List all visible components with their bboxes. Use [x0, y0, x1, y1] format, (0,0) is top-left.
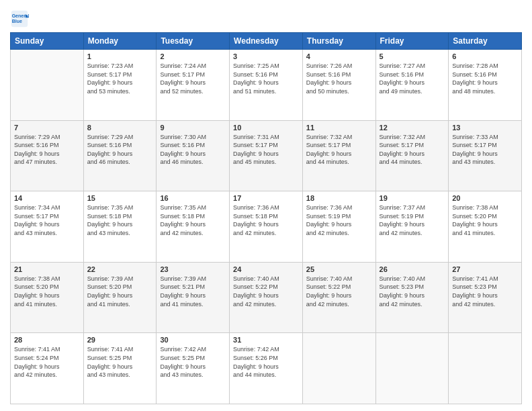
day-info: Sunrise: 7:32 AM Sunset: 5:17 PM Dayligh…	[380, 133, 445, 167]
day-number: 3	[233, 52, 299, 60]
day-number: 4	[306, 52, 372, 60]
day-number: 31	[233, 336, 299, 344]
calendar-cell: 24Sunrise: 7:40 AM Sunset: 5:22 PM Dayli…	[230, 262, 303, 333]
day-number: 24	[233, 265, 299, 273]
day-number: 14	[14, 194, 80, 202]
day-number: 30	[160, 336, 226, 344]
day-number: 15	[87, 194, 153, 202]
calendar-cell: 29Sunrise: 7:41 AM Sunset: 5:25 PM Dayli…	[83, 333, 157, 404]
day-info: Sunrise: 7:35 AM Sunset: 5:18 PM Dayligh…	[87, 203, 153, 237]
day-info: Sunrise: 7:40 AM Sunset: 5:22 PM Dayligh…	[306, 275, 372, 308]
day-info: Sunrise: 7:36 AM Sunset: 5:18 PM Dayligh…	[233, 203, 299, 237]
weekday-header-tuesday: Tuesday	[157, 33, 230, 50]
day-info: Sunrise: 7:37 AM Sunset: 5:19 PM Dayligh…	[380, 203, 445, 237]
weekday-header-row: SundayMondayTuesdayWednesdayThursdayFrid…	[11, 33, 522, 50]
calendar-cell: 28Sunrise: 7:41 AM Sunset: 5:24 PM Dayli…	[11, 333, 84, 404]
logo-icon: General Blue	[10, 9, 29, 28]
calendar-cell: 11Sunrise: 7:32 AM Sunset: 5:17 PM Dayli…	[302, 120, 375, 191]
day-number: 5	[380, 52, 445, 60]
calendar-cell: 17Sunrise: 7:36 AM Sunset: 5:18 PM Dayli…	[230, 191, 303, 263]
calendar-cell: 20Sunrise: 7:38 AM Sunset: 5:20 PM Dayli…	[449, 191, 522, 263]
weekday-header-saturday: Saturday	[449, 33, 522, 50]
calendar-cell: 31Sunrise: 7:42 AM Sunset: 5:26 PM Dayli…	[230, 333, 303, 404]
day-number: 25	[306, 265, 372, 273]
day-number: 20	[452, 194, 518, 202]
day-info: Sunrise: 7:35 AM Sunset: 5:18 PM Dayligh…	[160, 203, 226, 237]
day-number: 1	[87, 52, 153, 60]
day-info: Sunrise: 7:41 AM Sunset: 5:24 PM Dayligh…	[14, 345, 80, 379]
calendar-cell: 8Sunrise: 7:29 AM Sunset: 5:16 PM Daylig…	[83, 120, 157, 191]
logo: General Blue	[10, 9, 30, 28]
calendar-cell: 2Sunrise: 7:24 AM Sunset: 5:17 PM Daylig…	[157, 50, 230, 121]
calendar-cell: 7Sunrise: 7:29 AM Sunset: 5:16 PM Daylig…	[11, 120, 84, 191]
calendar-cell: 21Sunrise: 7:38 AM Sunset: 5:20 PM Dayli…	[11, 262, 84, 333]
day-info: Sunrise: 7:38 AM Sunset: 5:20 PM Dayligh…	[452, 203, 518, 237]
day-number: 11	[306, 124, 372, 132]
calendar-cell: 16Sunrise: 7:35 AM Sunset: 5:18 PM Dayli…	[157, 191, 230, 263]
day-number: 27	[452, 265, 518, 273]
weekday-header-wednesday: Wednesday	[230, 33, 303, 50]
day-info: Sunrise: 7:23 AM Sunset: 5:17 PM Dayligh…	[87, 62, 153, 95]
calendar-cell: 4Sunrise: 7:26 AM Sunset: 5:16 PM Daylig…	[302, 50, 375, 121]
calendar-cell: 12Sunrise: 7:32 AM Sunset: 5:17 PM Dayli…	[375, 120, 449, 191]
svg-text:Blue: Blue	[12, 19, 22, 24]
calendar-cell: 23Sunrise: 7:39 AM Sunset: 5:21 PM Dayli…	[157, 262, 230, 333]
day-info: Sunrise: 7:31 AM Sunset: 5:17 PM Dayligh…	[233, 133, 299, 167]
day-number: 28	[14, 336, 80, 344]
calendar-cell	[449, 333, 522, 404]
day-info: Sunrise: 7:26 AM Sunset: 5:16 PM Dayligh…	[306, 62, 372, 95]
day-number: 6	[452, 52, 518, 60]
weekday-header-friday: Friday	[375, 33, 449, 50]
header: General Blue	[10, 7, 522, 28]
day-number: 23	[160, 265, 226, 273]
day-info: Sunrise: 7:42 AM Sunset: 5:25 PM Dayligh…	[160, 345, 226, 379]
day-number: 7	[14, 124, 80, 132]
weekday-header-monday: Monday	[83, 33, 157, 50]
day-info: Sunrise: 7:28 AM Sunset: 5:16 PM Dayligh…	[452, 62, 518, 95]
calendar-cell: 3Sunrise: 7:25 AM Sunset: 5:16 PM Daylig…	[230, 50, 303, 121]
day-info: Sunrise: 7:40 AM Sunset: 5:23 PM Dayligh…	[380, 275, 445, 308]
calendar-cell: 14Sunrise: 7:34 AM Sunset: 5:17 PM Dayli…	[11, 191, 84, 263]
calendar-cell: 25Sunrise: 7:40 AM Sunset: 5:22 PM Dayli…	[302, 262, 375, 333]
calendar-cell: 26Sunrise: 7:40 AM Sunset: 5:23 PM Dayli…	[375, 262, 449, 333]
calendar-cell: 6Sunrise: 7:28 AM Sunset: 5:16 PM Daylig…	[449, 50, 522, 121]
day-number: 9	[160, 124, 226, 132]
day-info: Sunrise: 7:42 AM Sunset: 5:26 PM Dayligh…	[233, 345, 299, 379]
day-info: Sunrise: 7:41 AM Sunset: 5:23 PM Dayligh…	[452, 275, 518, 308]
day-info: Sunrise: 7:24 AM Sunset: 5:17 PM Dayligh…	[160, 62, 226, 95]
calendar-cell: 27Sunrise: 7:41 AM Sunset: 5:23 PM Dayli…	[449, 262, 522, 333]
weekday-header-thursday: Thursday	[302, 33, 375, 50]
day-info: Sunrise: 7:30 AM Sunset: 5:16 PM Dayligh…	[160, 133, 226, 167]
day-number: 2	[160, 52, 226, 60]
day-info: Sunrise: 7:39 AM Sunset: 5:21 PM Dayligh…	[160, 275, 226, 308]
day-number: 18	[306, 194, 372, 202]
calendar-cell: 18Sunrise: 7:36 AM Sunset: 5:19 PM Dayli…	[302, 191, 375, 263]
page: General Blue SundayMondayTuesdayWednesda…	[0, 0, 532, 411]
calendar-cell: 15Sunrise: 7:35 AM Sunset: 5:18 PM Dayli…	[83, 191, 157, 263]
day-number: 19	[380, 194, 445, 202]
calendar-cell: 19Sunrise: 7:37 AM Sunset: 5:19 PM Dayli…	[375, 191, 449, 263]
calendar-cell: 22Sunrise: 7:39 AM Sunset: 5:20 PM Dayli…	[83, 262, 157, 333]
calendar-cell: 5Sunrise: 7:27 AM Sunset: 5:16 PM Daylig…	[375, 50, 449, 121]
day-info: Sunrise: 7:27 AM Sunset: 5:16 PM Dayligh…	[380, 62, 445, 95]
calendar-cell	[11, 50, 84, 121]
calendar-cell: 10Sunrise: 7:31 AM Sunset: 5:17 PM Dayli…	[230, 120, 303, 191]
day-info: Sunrise: 7:41 AM Sunset: 5:25 PM Dayligh…	[87, 345, 153, 379]
day-info: Sunrise: 7:38 AM Sunset: 5:20 PM Dayligh…	[14, 275, 80, 308]
day-number: 21	[14, 265, 80, 273]
calendar-cell: 1Sunrise: 7:23 AM Sunset: 5:17 PM Daylig…	[83, 50, 157, 121]
day-number: 26	[380, 265, 445, 273]
day-info: Sunrise: 7:29 AM Sunset: 5:16 PM Dayligh…	[87, 133, 153, 167]
day-info: Sunrise: 7:36 AM Sunset: 5:19 PM Dayligh…	[306, 203, 372, 237]
day-number: 10	[233, 124, 299, 132]
day-number: 12	[380, 124, 445, 132]
calendar-week-row: 28Sunrise: 7:41 AM Sunset: 5:24 PM Dayli…	[11, 333, 522, 404]
day-number: 29	[87, 336, 153, 344]
calendar-week-row: 21Sunrise: 7:38 AM Sunset: 5:20 PM Dayli…	[11, 262, 522, 333]
day-info: Sunrise: 7:34 AM Sunset: 5:17 PM Dayligh…	[14, 203, 80, 237]
day-info: Sunrise: 7:40 AM Sunset: 5:22 PM Dayligh…	[233, 275, 299, 308]
calendar-week-row: 14Sunrise: 7:34 AM Sunset: 5:17 PM Dayli…	[11, 191, 522, 263]
day-info: Sunrise: 7:39 AM Sunset: 5:20 PM Dayligh…	[87, 275, 153, 308]
calendar-cell	[375, 333, 449, 404]
day-number: 8	[87, 124, 153, 132]
